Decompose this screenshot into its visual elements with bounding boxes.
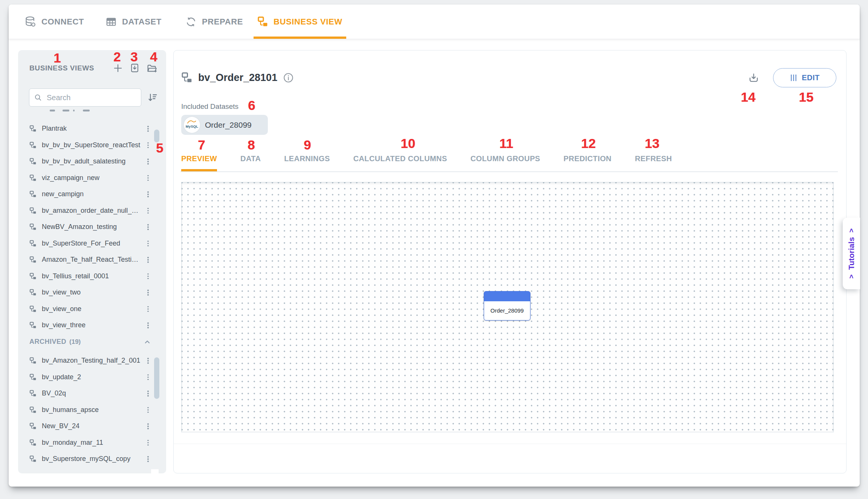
kebab-menu-icon[interactable] bbox=[147, 241, 150, 247]
sidebar-item[interactable]: bv_bv_bv_adult_salatesting bbox=[18, 153, 166, 170]
kebab-menu-icon[interactable] bbox=[147, 407, 150, 413]
included-datasets-label: Included Datasets bbox=[181, 102, 238, 111]
hierarchy-icon bbox=[29, 125, 37, 132]
sidebar-item[interactable]: bv_view_two bbox=[18, 284, 166, 301]
nav-tab-business-view[interactable]: BUSINESS VIEW bbox=[257, 5, 342, 39]
annotation-3: 3 bbox=[130, 49, 138, 64]
sidebar-item[interactable]: bv_view_one bbox=[18, 301, 166, 317]
list-item-label: bv_Superstore_mySQL_copy bbox=[42, 455, 141, 463]
sidebar-item[interactable]: Plantrak bbox=[18, 121, 166, 137]
sidebar-item[interactable]: NewBV_Amazon_testing bbox=[18, 219, 166, 235]
tab-learnings[interactable]: LEARNINGS bbox=[284, 154, 330, 171]
edit-button[interactable]: EDIT bbox=[773, 68, 836, 87]
list-item-label: bv_monday_mar_11 bbox=[42, 439, 141, 447]
hierarchy-icon bbox=[29, 390, 37, 397]
kebab-menu-icon[interactable] bbox=[147, 257, 150, 263]
sidebar-item[interactable]: bv_amazon_order_date_null_new bbox=[18, 203, 166, 219]
sidebar-item[interactable]: BV_02q bbox=[18, 385, 166, 402]
kebab-menu-icon[interactable] bbox=[147, 290, 150, 296]
kebab-menu-icon[interactable] bbox=[147, 358, 150, 364]
annotation-4: 4 bbox=[150, 49, 157, 64]
nav-tab-connect[interactable]: CONNECT bbox=[24, 5, 84, 39]
kebab-menu-icon[interactable] bbox=[147, 208, 150, 214]
hierarchy-icon bbox=[29, 273, 37, 280]
info-icon[interactable] bbox=[283, 73, 293, 83]
kebab-menu-icon[interactable] bbox=[147, 126, 150, 132]
kebab-menu-icon[interactable] bbox=[147, 175, 150, 181]
nav-tab-prepare[interactable]: PREPARE bbox=[185, 5, 243, 39]
business-view-list: Plantrak bv_bv_bv_SuperStore_reactTest b… bbox=[18, 107, 166, 334]
list-item-label: bv_update_2 bbox=[42, 373, 141, 381]
hierarchy-icon bbox=[29, 240, 37, 247]
list-item-label: bv_bv_bv_SuperStore_reactTest bbox=[42, 141, 141, 149]
tutorials-tab[interactable]: > Tutorials > bbox=[843, 218, 860, 289]
sidebar-item[interactable]: New_BV_24 bbox=[18, 418, 166, 435]
sort-descending-icon[interactable] bbox=[147, 92, 158, 103]
sidebar-item[interactable]: bv_bv_bv_SuperStore_reactTest bbox=[18, 137, 166, 154]
tab-preview[interactable]: PREVIEW bbox=[181, 154, 217, 171]
sidebar-item[interactable]: bv_SuperStore_For_Feed bbox=[18, 235, 166, 252]
sidebar-item[interactable]: bv_update_2 bbox=[18, 369, 166, 386]
sidebar-item[interactable]: bv_view_three bbox=[18, 317, 166, 334]
kebab-menu-icon[interactable] bbox=[147, 273, 150, 279]
tab-calculated-columns[interactable]: CALCULATED COLUMNS bbox=[353, 154, 447, 171]
kebab-menu-icon[interactable] bbox=[147, 224, 150, 230]
tab-column-groups[interactable]: COLUMN GROUPS bbox=[471, 154, 540, 171]
sidebar-item[interactable]: new_campign bbox=[18, 186, 166, 203]
sidebar-item[interactable]: bv_monday_mar_11 bbox=[18, 435, 166, 451]
dataset-node[interactable]: Order_28099 bbox=[484, 291, 530, 320]
list-item-label: bv_SuperStore_For_Feed bbox=[42, 240, 141, 247]
hierarchy-icon bbox=[257, 16, 269, 28]
hierarchy-icon bbox=[29, 207, 37, 214]
preview-canvas[interactable]: Order_28099 bbox=[181, 182, 834, 432]
annotation-7: 7 bbox=[198, 137, 205, 153]
archived-list: bv_Amazon_Testing_half_2_001 bv_update_2… bbox=[18, 353, 166, 467]
tab-prediction[interactable]: PREDICTION bbox=[564, 154, 611, 171]
tab-refresh[interactable]: REFRESH bbox=[635, 154, 672, 171]
dataset-node-label: Order_28099 bbox=[484, 301, 530, 320]
annotation-11: 11 bbox=[500, 136, 513, 151]
sidebar-item[interactable]: Amazon_Te_half_React_Testing_... bbox=[18, 252, 166, 268]
scrollbar-thumb[interactable] bbox=[154, 357, 159, 399]
edit-button-label: EDIT bbox=[802, 73, 820, 82]
folder-add-icon[interactable] bbox=[147, 63, 157, 73]
tab-data[interactable]: DATA bbox=[240, 154, 261, 171]
kebab-menu-icon[interactable] bbox=[147, 322, 150, 328]
top-navbar: CONNECT DATASET bbox=[9, 5, 860, 39]
database-icon bbox=[24, 16, 37, 28]
kebab-menu-icon[interactable] bbox=[147, 191, 150, 197]
kebab-menu-icon[interactable] bbox=[147, 306, 150, 312]
nav-tab-dataset[interactable]: DATASET bbox=[105, 5, 162, 39]
dataset-chip[interactable]: MySQL Order_28099 bbox=[181, 115, 268, 135]
hierarchy-icon bbox=[29, 357, 37, 364]
nav-tab-label: BUSINESS VIEW bbox=[274, 17, 342, 27]
search-input[interactable] bbox=[46, 93, 136, 102]
kebab-menu-icon[interactable] bbox=[147, 440, 150, 446]
download-icon[interactable] bbox=[748, 72, 760, 84]
nav-tab-label: PREPARE bbox=[202, 17, 243, 27]
panel-bottom-divider bbox=[174, 444, 846, 444]
kebab-menu-icon[interactable] bbox=[147, 374, 150, 380]
chevron-up-icon[interactable] bbox=[144, 338, 151, 346]
annotation-15: 15 bbox=[799, 90, 814, 105]
sidebar-item[interactable]: bv_humans_apsce bbox=[18, 402, 166, 418]
kebab-menu-icon[interactable] bbox=[147, 391, 150, 397]
app-window: CONNECT DATASET bbox=[9, 5, 860, 487]
kebab-menu-icon[interactable] bbox=[147, 159, 150, 165]
kebab-menu-icon[interactable] bbox=[147, 142, 150, 148]
list-item-label: bv_Amazon_Testing_half_2_001 bbox=[42, 357, 141, 365]
hierarchy-icon bbox=[29, 322, 37, 329]
list-item-label: bv_humans_apsce bbox=[42, 406, 141, 414]
tutorials-label: Tutorials bbox=[847, 237, 856, 270]
archived-section-header[interactable]: ARCHIVED (19) bbox=[29, 338, 151, 346]
sidebar-item[interactable]: bv_Superstore_mySQL_copy bbox=[18, 451, 166, 467]
add-business-view-button[interactable] bbox=[113, 63, 123, 73]
kebab-menu-icon[interactable] bbox=[147, 456, 150, 462]
sidebar-search-box[interactable] bbox=[29, 89, 141, 107]
sidebar-item[interactable]: bv_Tellius_retail_0001 bbox=[18, 268, 166, 285]
sidebar-item[interactable]: bv_Amazon_Testing_half_2_001 bbox=[18, 353, 166, 369]
file-download-icon[interactable] bbox=[130, 63, 140, 73]
list-item-label: bv_bv_bv_adult_salatesting bbox=[42, 157, 141, 165]
kebab-menu-icon[interactable] bbox=[147, 423, 150, 429]
sidebar-item[interactable]: viz_campaign_new bbox=[18, 170, 166, 186]
